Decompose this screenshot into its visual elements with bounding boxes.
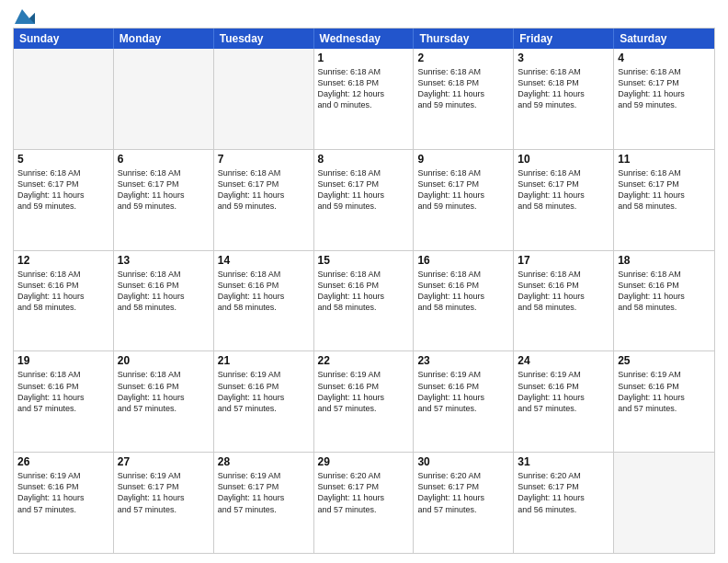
day-cell-2: 2Sunrise: 6:18 AM Sunset: 6:18 PM Daylig… [414,49,514,149]
day-info: Sunrise: 6:18 AM Sunset: 6:17 PM Dayligh… [17,167,109,213]
day-header-sunday: Sunday [14,29,114,49]
calendar: SundayMondayTuesdayWednesdayThursdayFrid… [13,28,715,554]
day-header-saturday: Saturday [614,29,714,49]
day-cell-20: 20Sunrise: 6:18 AM Sunset: 6:16 PM Dayli… [114,351,214,452]
day-info: Sunrise: 6:18 AM Sunset: 6:17 PM Dayligh… [318,167,410,213]
day-info: Sunrise: 6:19 AM Sunset: 6:16 PM Dayligh… [417,369,509,414]
day-info: Sunrise: 6:18 AM Sunset: 6:16 PM Dayligh… [118,269,210,314]
day-number: 6 [118,153,210,166]
day-cell-18: 18Sunrise: 6:18 AM Sunset: 6:16 PM Dayli… [614,251,714,351]
day-cell-3: 3Sunrise: 6:18 AM Sunset: 6:18 PM Daylig… [514,49,614,149]
day-info: Sunrise: 6:20 AM Sunset: 6:17 PM Dayligh… [518,470,609,515]
day-number: 20 [118,354,210,367]
day-cell-25: 25Sunrise: 6:19 AM Sunset: 6:16 PM Dayli… [614,351,714,452]
day-number: 2 [417,52,509,64]
day-info: Sunrise: 6:18 AM Sunset: 6:17 PM Dayligh… [218,167,310,213]
day-cell-15: 15Sunrise: 6:18 AM Sunset: 6:16 PM Dayli… [314,251,415,351]
day-info: Sunrise: 6:18 AM Sunset: 6:16 PM Dayligh… [118,369,210,414]
day-cell-empty [14,49,114,149]
day-cell-22: 22Sunrise: 6:19 AM Sunset: 6:16 PM Dayli… [314,351,415,452]
day-cell-16: 16Sunrise: 6:18 AM Sunset: 6:16 PM Dayli… [414,251,514,351]
day-info: Sunrise: 6:18 AM Sunset: 6:17 PM Dayligh… [518,167,609,213]
day-info: Sunrise: 6:18 AM Sunset: 6:16 PM Dayligh… [518,269,609,314]
day-cell-6: 6Sunrise: 6:18 AM Sunset: 6:17 PM Daylig… [114,150,214,250]
day-cell-9: 9Sunrise: 6:18 AM Sunset: 6:17 PM Daylig… [414,150,514,250]
day-info: Sunrise: 6:19 AM Sunset: 6:16 PM Dayligh… [17,470,109,515]
day-number: 11 [618,153,711,166]
day-cell-23: 23Sunrise: 6:19 AM Sunset: 6:16 PM Dayli… [414,351,514,452]
header [13,9,715,22]
day-number: 22 [318,354,410,367]
day-info: Sunrise: 6:20 AM Sunset: 6:17 PM Dayligh… [318,470,410,515]
day-info: Sunrise: 6:19 AM Sunset: 6:16 PM Dayligh… [618,369,711,414]
day-info: Sunrise: 6:19 AM Sunset: 6:16 PM Dayligh… [218,369,310,414]
day-number: 14 [218,254,310,267]
weeks: 1Sunrise: 6:18 AM Sunset: 6:18 PM Daylig… [14,49,714,553]
day-info: Sunrise: 6:18 AM Sunset: 6:16 PM Dayligh… [17,269,109,314]
day-number: 26 [17,455,109,468]
day-info: Sunrise: 6:18 AM Sunset: 6:16 PM Dayligh… [417,269,509,314]
day-cell-empty [214,49,314,149]
logo-icon [15,9,35,24]
week-row-1: 1Sunrise: 6:18 AM Sunset: 6:18 PM Daylig… [14,49,714,149]
week-row-2: 5Sunrise: 6:18 AM Sunset: 6:17 PM Daylig… [14,149,714,250]
day-cell-29: 29Sunrise: 6:20 AM Sunset: 6:17 PM Dayli… [314,453,415,553]
day-number: 12 [17,254,109,267]
day-cell-17: 17Sunrise: 6:18 AM Sunset: 6:16 PM Dayli… [514,251,614,351]
day-number: 23 [417,354,509,367]
day-number: 1 [318,52,410,64]
day-header-wednesday: Wednesday [314,29,415,49]
day-number: 27 [118,455,210,468]
day-info: Sunrise: 6:18 AM Sunset: 6:17 PM Dayligh… [118,167,210,213]
day-cell-19: 19Sunrise: 6:18 AM Sunset: 6:16 PM Dayli… [14,351,114,452]
day-cell-empty [114,49,214,149]
day-cell-13: 13Sunrise: 6:18 AM Sunset: 6:16 PM Dayli… [114,251,214,351]
day-number: 4 [618,52,711,64]
day-info: Sunrise: 6:18 AM Sunset: 6:16 PM Dayligh… [618,269,711,314]
day-info: Sunrise: 6:19 AM Sunset: 6:17 PM Dayligh… [218,470,310,515]
day-cell-7: 7Sunrise: 6:18 AM Sunset: 6:17 PM Daylig… [214,150,314,250]
day-info: Sunrise: 6:18 AM Sunset: 6:17 PM Dayligh… [618,167,711,213]
logo [13,9,35,22]
logo-text [13,9,35,24]
day-cell-4: 4Sunrise: 6:18 AM Sunset: 6:17 PM Daylig… [614,49,714,149]
day-info: Sunrise: 6:18 AM Sunset: 6:16 PM Dayligh… [218,269,310,314]
day-info: Sunrise: 6:18 AM Sunset: 6:16 PM Dayligh… [17,369,109,414]
day-cell-30: 30Sunrise: 6:20 AM Sunset: 6:17 PM Dayli… [414,453,514,553]
day-info: Sunrise: 6:19 AM Sunset: 6:17 PM Dayligh… [118,470,210,515]
day-number: 24 [518,354,609,367]
day-cell-27: 27Sunrise: 6:19 AM Sunset: 6:17 PM Dayli… [114,453,214,553]
day-cell-24: 24Sunrise: 6:19 AM Sunset: 6:16 PM Dayli… [514,351,614,452]
day-cell-31: 31Sunrise: 6:20 AM Sunset: 6:17 PM Dayli… [514,453,614,553]
day-cell-12: 12Sunrise: 6:18 AM Sunset: 6:16 PM Dayli… [14,251,114,351]
day-info: Sunrise: 6:19 AM Sunset: 6:16 PM Dayligh… [518,369,609,414]
day-number: 21 [218,354,310,367]
day-number: 10 [518,153,609,166]
day-cell-14: 14Sunrise: 6:18 AM Sunset: 6:16 PM Dayli… [214,251,314,351]
day-number: 3 [518,52,609,64]
day-cell-10: 10Sunrise: 6:18 AM Sunset: 6:17 PM Dayli… [514,150,614,250]
day-info: Sunrise: 6:18 AM Sunset: 6:17 PM Dayligh… [417,167,509,213]
day-cell-8: 8Sunrise: 6:18 AM Sunset: 6:17 PM Daylig… [314,150,415,250]
day-number: 8 [318,153,410,166]
day-number: 5 [17,153,109,166]
day-cell-11: 11Sunrise: 6:18 AM Sunset: 6:17 PM Dayli… [614,150,714,250]
day-info: Sunrise: 6:19 AM Sunset: 6:16 PM Dayligh… [318,369,410,414]
day-cell-21: 21Sunrise: 6:19 AM Sunset: 6:16 PM Dayli… [214,351,314,452]
day-number: 17 [518,254,609,267]
day-info: Sunrise: 6:18 AM Sunset: 6:17 PM Dayligh… [618,66,711,111]
day-info: Sunrise: 6:18 AM Sunset: 6:18 PM Dayligh… [417,66,509,111]
day-number: 19 [17,354,109,367]
day-cell-5: 5Sunrise: 6:18 AM Sunset: 6:17 PM Daylig… [14,150,114,250]
day-number: 31 [518,455,609,468]
day-number: 16 [417,254,509,267]
day-number: 7 [218,153,310,166]
day-header-thursday: Thursday [414,29,514,49]
day-cell-1: 1Sunrise: 6:18 AM Sunset: 6:18 PM Daylig… [314,49,415,149]
week-row-5: 26Sunrise: 6:19 AM Sunset: 6:16 PM Dayli… [14,452,714,553]
page-container: SundayMondayTuesdayWednesdayThursdayFrid… [0,0,728,563]
day-info: Sunrise: 6:18 AM Sunset: 6:18 PM Dayligh… [518,66,609,111]
day-header-friday: Friday [514,29,614,49]
day-number: 29 [318,455,410,468]
day-number: 25 [618,354,711,367]
